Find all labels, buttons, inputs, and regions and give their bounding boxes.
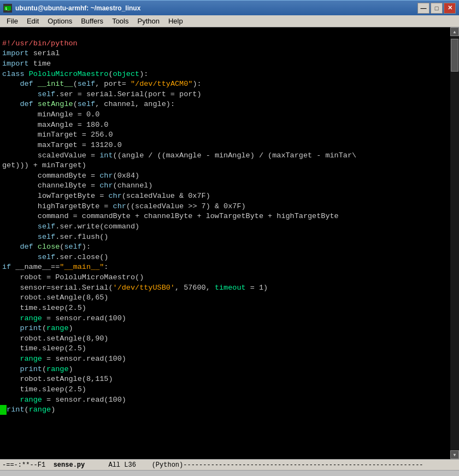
scrollbar[interactable]: ▲ ▼ — [450, 27, 459, 459]
status-python-mode: (Python) — [152, 461, 184, 469]
menu-file[interactable]: File — [2, 16, 22, 26]
bottom-bar: Click to add notes — [0, 470, 459, 476]
menu-bar: File Edit Options Buffers Tools Python H… — [0, 15, 459, 27]
editor-area[interactable]: #!/usr/bin/python import serial import t… — [0, 27, 459, 459]
minimize-button[interactable]: — — [417, 3, 429, 14]
line-indicator — [0, 405, 7, 415]
status-dashes: ----------------------------------------… — [183, 461, 423, 469]
title-bar-left: $_ ubuntu@ubuntu-armhf: ~/maestro_linux — [3, 4, 140, 13]
status-bar: -==-:**--F1 sense.py All L36 (Python) --… — [0, 459, 459, 470]
title-bar: $_ ubuntu@ubuntu-armhf: ~/maestro_linux … — [0, 0, 459, 15]
menu-tools[interactable]: Tools — [108, 16, 133, 26]
menu-help[interactable]: Help — [164, 16, 187, 26]
window-controls: — □ ✕ — [417, 3, 456, 14]
scrollbar-track[interactable] — [450, 36, 459, 450]
scrollbar-thumb[interactable] — [451, 39, 458, 72]
menu-edit[interactable]: Edit — [22, 16, 43, 26]
menu-python[interactable]: Python — [133, 16, 163, 26]
status-mode-indicator: -==-:**--F1 — [2, 461, 54, 469]
menu-buffers[interactable]: Buffers — [76, 16, 108, 26]
scrollbar-down-button[interactable]: ▼ — [450, 450, 459, 459]
window-title: ubuntu@ubuntu-armhf: ~/maestro_linux — [15, 4, 140, 12]
menu-options[interactable]: Options — [43, 16, 76, 26]
status-filename: sense.py — [54, 461, 85, 469]
close-button[interactable]: ✕ — [444, 3, 456, 14]
svg-text:$_: $_ — [5, 7, 10, 11]
maximize-button[interactable]: □ — [431, 3, 443, 14]
code-content: #!/usr/bin/python import serial import t… — [0, 27, 459, 437]
scrollbar-up-button[interactable]: ▲ — [450, 27, 459, 36]
app-icon: $_ — [3, 4, 12, 13]
status-position: All L36 — [85, 461, 151, 469]
